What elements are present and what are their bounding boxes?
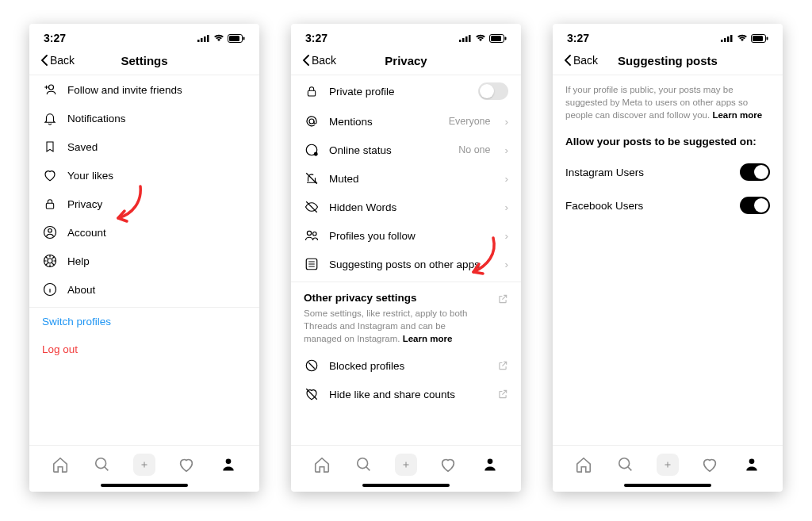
tab-home[interactable] (311, 454, 333, 476)
switch-profiles-button[interactable]: Switch profiles (29, 308, 259, 335)
chevron-right-icon: › (505, 259, 509, 270)
row-label: Mentions (329, 116, 439, 128)
svg-rect-35 (727, 36, 730, 42)
svg-point-10 (48, 229, 52, 233)
chevron-left-icon (564, 55, 572, 66)
tab-search[interactable] (91, 454, 113, 476)
back-label: Back (312, 54, 336, 67)
row-about[interactable]: About (29, 275, 259, 304)
row-privacy[interactable]: Privacy (29, 190, 259, 218)
block-icon (304, 358, 319, 373)
row-blocked-profiles[interactable]: Blocked profiles (291, 351, 521, 380)
row-profiles-follow[interactable]: Profiles you follow › (291, 221, 521, 250)
tab-activity[interactable] (437, 454, 459, 476)
svg-rect-1 (201, 38, 203, 42)
svg-rect-39 (767, 36, 768, 40)
other-settings-desc: Some settings, like restrict, apply to b… (291, 305, 497, 351)
chevron-left-icon (40, 55, 48, 66)
tab-profile[interactable] (217, 454, 239, 476)
wifi-icon (737, 34, 748, 42)
plus-icon (140, 458, 149, 472)
logout-button[interactable]: Log out (29, 335, 259, 363)
bell-icon (43, 111, 57, 125)
tab-activity[interactable] (699, 454, 721, 476)
row-label: Blocked profiles (329, 360, 488, 372)
row-label: Suggesting posts on other apps (329, 259, 496, 270)
instagram-users-toggle[interactable] (740, 163, 770, 181)
learn-more-link[interactable]: Learn more (712, 110, 762, 120)
tab-create[interactable] (657, 454, 679, 476)
row-hidden-words[interactable]: Hidden Words › (291, 193, 521, 221)
lock-icon (44, 197, 56, 211)
row-mentions[interactable]: Mentions Everyone › (291, 107, 521, 136)
row-label: Follow and invite friends (67, 84, 247, 96)
tab-home[interactable] (573, 454, 595, 476)
allow-title: Allow your posts to be suggested on: (553, 129, 783, 155)
external-link-icon (497, 293, 508, 305)
svg-rect-23 (308, 90, 315, 96)
svg-rect-8 (46, 203, 53, 209)
plus-icon (401, 458, 411, 472)
svg-rect-34 (724, 38, 726, 42)
home-icon (575, 456, 592, 473)
row-online-status[interactable]: Online status No one › (291, 136, 521, 164)
phone-settings: 3:27 Back Settings Follow and invite fri… (29, 24, 259, 492)
add-user-icon (43, 82, 57, 97)
tab-profile[interactable] (741, 454, 763, 476)
battery-icon (751, 34, 768, 43)
row-follow-invite[interactable]: Follow and invite friends (29, 75, 259, 104)
suggesting-content: If your profile is public, your posts ma… (553, 75, 783, 445)
row-suggesting-posts[interactable]: Suggesting posts on other apps › (291, 250, 521, 278)
svg-point-15 (226, 459, 232, 465)
external-link-icon (497, 360, 508, 371)
back-button[interactable]: Back (302, 54, 336, 67)
row-likes[interactable]: Your likes (29, 161, 259, 190)
heart-outline-icon (439, 456, 457, 473)
row-label: Privacy (67, 198, 247, 210)
row-private-profile[interactable]: Private profile (291, 75, 521, 107)
status-bar: 3:27 (291, 24, 521, 49)
svg-rect-38 (753, 36, 763, 41)
back-button[interactable]: Back (40, 54, 75, 67)
svg-rect-2 (204, 36, 206, 42)
row-notifications[interactable]: Notifications (29, 104, 259, 132)
tab-search[interactable] (353, 454, 375, 476)
option-label: Facebook Users (565, 200, 643, 212)
row-saved[interactable]: Saved (29, 132, 259, 161)
tab-profile[interactable] (479, 454, 501, 476)
phone-privacy: 3:27 Back Privacy Private profile Mentio… (291, 24, 521, 492)
chevron-right-icon: › (505, 230, 509, 242)
svg-point-7 (49, 85, 54, 90)
svg-rect-33 (721, 40, 723, 42)
status-icons (459, 34, 507, 43)
row-hide-like-counts[interactable]: Hide like and share counts (291, 380, 521, 408)
learn-more-link[interactable]: Learn more (403, 334, 453, 343)
tab-create[interactable] (395, 454, 417, 476)
tab-search[interactable] (615, 454, 637, 476)
row-help[interactable]: Help (29, 247, 259, 275)
svg-rect-36 (730, 35, 733, 42)
svg-rect-16 (459, 40, 462, 42)
person-icon (482, 457, 498, 473)
tab-home[interactable] (49, 454, 71, 476)
row-account[interactable]: Account (29, 218, 259, 247)
signal-icon (197, 34, 210, 42)
row-label: Profiles you follow (329, 230, 496, 242)
heart-outline-icon (178, 456, 195, 473)
facebook-users-toggle[interactable] (740, 197, 770, 214)
back-button[interactable]: Back (564, 54, 598, 67)
nav-header: Back Suggesting posts (553, 49, 783, 75)
tab-activity[interactable] (175, 454, 197, 476)
wifi-icon (213, 34, 224, 42)
svg-rect-18 (465, 36, 468, 42)
bookmark-icon (44, 140, 56, 154)
tab-create[interactable] (133, 454, 155, 476)
private-profile-toggle[interactable] (478, 82, 508, 100)
bottom-nav (29, 445, 259, 492)
person-icon (220, 457, 236, 473)
bell-off-icon (304, 171, 319, 186)
row-facebook-users: Facebook Users (553, 189, 783, 222)
search-icon (617, 456, 634, 473)
eye-off-icon (304, 200, 319, 214)
row-muted[interactable]: Muted › (291, 164, 521, 193)
